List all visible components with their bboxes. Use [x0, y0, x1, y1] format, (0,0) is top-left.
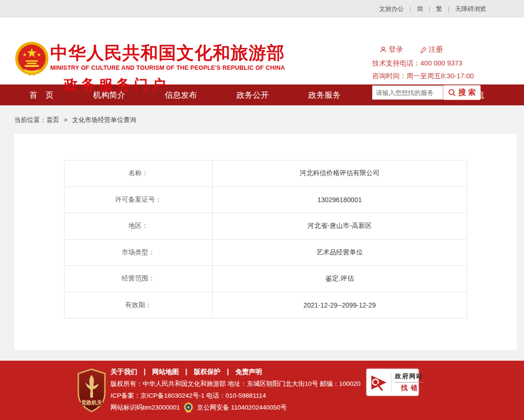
badge-texts: 政府网站 找错 [395, 372, 423, 392]
table-row: 市场类型： 艺术品经营单位 [65, 239, 467, 266]
footer-separator: | [186, 368, 187, 375]
login-label: 登录 [389, 45, 403, 54]
badge-line2: 找错 [398, 384, 421, 392]
flag-magnifier-icon [370, 373, 388, 392]
row-value-validity: 2021-12-29--2099-12-29 [213, 292, 467, 318]
search-icon [448, 89, 456, 97]
gov-site-error-report-badge[interactable]: 政府网站 找错 [365, 368, 420, 397]
nav-item-gov-service[interactable]: 政务服务 [309, 90, 341, 101]
row-value-license-no: 130296180001 [213, 187, 467, 213]
content-panel: 名称： 河北科信价格评估有限公司 许可备案证号： 130296180001 地区… [14, 134, 517, 350]
police-filing-link[interactable]: 京公网安备 11040202440050号 [197, 401, 287, 413]
search-button[interactable]: 搜 索 [443, 85, 481, 100]
row-value-business-scope: 鉴定,评估 [213, 266, 467, 292]
breadcrumb-prefix: 当前位置： [14, 116, 47, 123]
badge-divider [391, 373, 392, 392]
footer-text-block: 关于我们 | 网站地图 | 版权保护 | 免责声明 版权所有：中华人民共和国文化… [111, 366, 361, 413]
breadcrumb-home-link[interactable]: 首页 [47, 116, 59, 123]
table-row: 有效期： 2021-12-29--2099-12-29 [65, 292, 467, 318]
site-title: 中华人民共和国文化和旅游部 [50, 44, 285, 63]
portal-title: 政务服务门户 [64, 75, 285, 95]
party-gov-badge-label: 党政机关 [81, 400, 103, 405]
table-row: 许可备案证号： 130296180001 [65, 187, 467, 213]
police-badge-icon [184, 402, 193, 413]
topbar-separator: | [448, 5, 449, 12]
license-info-table: 名称： 河北科信价格评估有限公司 许可备案证号： 130296180001 地区… [64, 160, 467, 318]
badge-line1: 政府网站 [395, 372, 423, 381]
row-label-validity: 有效期： [65, 292, 213, 318]
topbar-link-simplified[interactable]: 简 [417, 5, 423, 13]
header-right-panel: 登录 注册 技术支持电话：400 000 9373 咨询时间：周一至周五8:30… [372, 45, 483, 100]
row-value-name: 河北科信价格评估有限公司 [213, 160, 467, 187]
party-gov-badge-icon: 党政机关 [76, 368, 107, 412]
breadcrumb: 当前位置：首页 > 文化市场经营单位查询 [0, 105, 524, 134]
top-utility-bar: 文旅办公 | 简 | 繁 | 无障碍浏览 [0, 0, 524, 18]
user-icon [380, 46, 387, 53]
site-title-block: 中华人民共和国文化和旅游部 MINISTRY OF CULTURE AND TO… [50, 44, 285, 95]
row-label-license-no: 许可备案证号： [65, 187, 213, 213]
table-row: 地区： 河北省-唐山市-高新区 [65, 213, 467, 240]
topbar-separator: | [410, 5, 411, 12]
breadcrumb-separator: > [64, 116, 67, 123]
register-label: 注册 [429, 45, 443, 54]
badge-rule [395, 382, 423, 383]
footer-icp-line: ICP备案：京ICP备18030242号-1 电话：010-59881114 [111, 390, 361, 401]
footer-site-code: 网站标识码bm23000001 [111, 401, 180, 413]
footer-link-about[interactable]: 关于我们 [111, 368, 137, 375]
topbar-link-office[interactable]: 文旅办公 [379, 5, 404, 13]
footer-links: 关于我们 | 网站地图 | 版权保护 | 免责声明 [111, 366, 361, 378]
footer-copyright-line: 版权所有：中华人民共和国文化和旅游部 地址：东城区朝阳门北大街10号 邮编：10… [111, 378, 361, 390]
pen-icon [420, 47, 427, 53]
topbar-link-accessibility[interactable]: 无障碍浏览 [455, 5, 486, 13]
table-row: 经营范围： 鉴定,评估 [65, 266, 467, 292]
footer-link-copyright[interactable]: 版权保护 [194, 368, 220, 375]
site-header: 中华人民共和国文化和旅游部 MINISTRY OF CULTURE AND TO… [0, 18, 524, 84]
login-link[interactable]: 登录 [380, 45, 403, 54]
row-value-region: 河北省-唐山市-高新区 [213, 213, 467, 240]
service-hours: 咨询时间：周一至周五8:30-17:00 [372, 72, 483, 81]
row-label-market-type: 市场类型： [65, 239, 213, 266]
topbar-separator: | [429, 5, 430, 12]
footer-link-disclaimer[interactable]: 免责声明 [235, 368, 262, 375]
row-value-market-type: 艺术品经营单位 [213, 239, 467, 266]
national-emblem-logo [14, 41, 49, 77]
search-button-label: 搜 索 [458, 88, 476, 98]
register-link[interactable]: 注册 [420, 45, 443, 54]
site-subtitle-english: MINISTRY OF CULTURE AND TOURISM OF THE P… [50, 65, 285, 71]
table-row: 名称： 河北科信价格评估有限公司 [65, 160, 467, 187]
support-phone: 技术支持电话：400 000 9373 [372, 59, 483, 68]
row-label-name: 名称： [65, 160, 213, 187]
search-input[interactable] [372, 85, 443, 100]
footer-link-sitemap[interactable]: 网站地图 [152, 368, 179, 375]
row-label-region: 地区： [65, 213, 213, 240]
breadcrumb-current: 文化市场经营单位查询 [72, 116, 136, 123]
footer-separator: | [144, 368, 146, 375]
row-label-business-scope: 经营范围： [65, 266, 213, 292]
footer-separator: | [227, 368, 229, 375]
site-footer: 党政机关 关于我们 | 网站地图 | 版权保护 | 免责声明 版权所有：中华人民… [0, 361, 524, 420]
topbar-link-traditional[interactable]: 繁 [436, 5, 442, 13]
